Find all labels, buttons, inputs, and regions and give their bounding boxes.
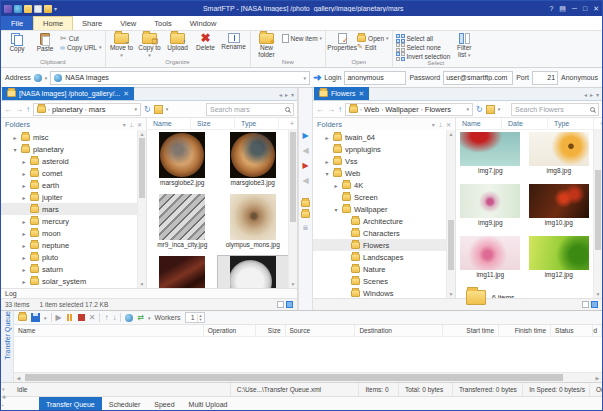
bottom-tab[interactable]: Multi Upload xyxy=(182,397,235,411)
file-item[interactable]: img7.jpg xyxy=(456,132,525,184)
log-icon[interactable] xyxy=(34,5,42,13)
up-icon[interactable]: ↑ xyxy=(26,105,30,114)
tree-item[interactable]: Nature xyxy=(313,263,446,275)
horizontal-scrollbar[interactable]: ◀ ▶ xyxy=(14,372,602,382)
help-button[interactable]: ? xyxy=(549,5,553,13)
tree-item[interactable]: Landscapes xyxy=(313,251,446,263)
column-header[interactable]: Type xyxy=(235,118,279,129)
go-arrow-icon[interactable]: ➜ xyxy=(313,72,321,83)
transfer-queue-body[interactable] xyxy=(14,337,602,372)
expander-icon[interactable]: ▸ xyxy=(21,242,27,249)
tree-item[interactable]: ▸ saturn xyxy=(1,263,137,275)
breadcrumb-item[interactable]: ›Flowers xyxy=(421,105,451,114)
tree-item[interactable]: Scenes xyxy=(313,275,446,287)
expander-icon[interactable]: ▸ xyxy=(21,266,27,273)
tree-item[interactable]: ▸ solar_system xyxy=(1,275,137,287)
column-header[interactable]: Name xyxy=(14,325,204,336)
tree-item[interactable]: Characters xyxy=(313,227,446,239)
breadcrumb-item[interactable]: ›planetary xyxy=(48,105,83,114)
scroll-up-icon[interactable]: ▲ xyxy=(138,131,146,137)
column-header[interactable]: Start time xyxy=(443,325,499,336)
list-scrollbar[interactable]: ▼ xyxy=(593,130,602,298)
move-left-icon[interactable]: ◀ xyxy=(300,175,312,186)
remote-tab[interactable]: [NASA Images] /photo_gallery/... ✕ xyxy=(2,87,134,100)
expander-icon[interactable]: ▾ xyxy=(324,170,330,177)
bottom-tab[interactable]: Speed xyxy=(147,397,181,411)
tab-scroll-right-icon[interactable]: ▸ xyxy=(590,91,593,98)
file-tab[interactable]: File xyxy=(1,16,33,30)
panel-close-icon[interactable]: ✕ xyxy=(446,121,451,128)
refresh-icon[interactable]: ↻ xyxy=(144,105,151,114)
tree-scrollbar[interactable]: ▲ ▼ xyxy=(137,130,146,288)
compare-folder-icon[interactable] xyxy=(301,211,310,218)
add-item-icon[interactable] xyxy=(18,314,27,321)
expander-icon[interactable]: ▾ xyxy=(333,206,339,213)
panel-caret-icon[interactable]: ▾ xyxy=(123,121,126,128)
tree-item[interactable]: ▸ twain_64 xyxy=(313,131,446,143)
dock-close-icon[interactable]: ▪ xyxy=(2,402,6,408)
move-right-icon[interactable]: ▶ xyxy=(300,160,312,171)
expander-icon[interactable]: ▸ xyxy=(21,254,27,261)
column-header[interactable]: Type xyxy=(548,118,594,129)
tree-item[interactable]: ▸ pluto xyxy=(1,251,137,263)
port-input[interactable] xyxy=(532,71,558,85)
password-input[interactable] xyxy=(443,71,513,85)
tree-item[interactable]: ▸ jupiter xyxy=(1,191,137,203)
column-header[interactable]: Destination xyxy=(355,325,443,336)
cut-button[interactable]: ✂ Cut xyxy=(60,34,102,42)
properties-button[interactable]: ✓ Properties xyxy=(329,32,355,52)
tree-item[interactable]: mars xyxy=(1,203,137,215)
expander-icon[interactable]: ▸ xyxy=(21,170,27,177)
view-mode-icon[interactable] xyxy=(154,105,163,114)
up-icon[interactable]: ↑ xyxy=(338,105,342,114)
scroll-down-icon[interactable]: ▼ xyxy=(289,281,297,287)
connect-icon[interactable] xyxy=(14,5,22,13)
edit-button[interactable]: ✎ Edit xyxy=(357,43,388,51)
breadcrumb-item[interactable]: ›Web xyxy=(360,105,379,114)
local-tab[interactable]: Flowers ✕ xyxy=(314,87,369,100)
tree-item[interactable]: ▾ planetary xyxy=(1,143,137,155)
thumbnail-view-icon[interactable] xyxy=(286,301,293,308)
tree-scrollbar[interactable]: ▲ ▼ xyxy=(446,130,455,298)
address-field[interactable]: NASA Images ▾ xyxy=(50,71,310,85)
tab-scroll-left-icon[interactable]: ◂ xyxy=(279,91,282,98)
transfer-mode-icon[interactable]: ⇄ xyxy=(137,313,144,322)
scroll-down-icon[interactable]: ▼ xyxy=(594,291,602,297)
expander-icon[interactable]: ▸ xyxy=(21,230,27,237)
pin-icon[interactable]: ⊥ xyxy=(129,121,134,128)
expander-icon[interactable]: ▾ xyxy=(12,146,18,153)
log-panel-header[interactable]: Log xyxy=(1,288,297,298)
menu-tab[interactable]: Tools xyxy=(145,16,181,30)
tree-item[interactable]: Architecture xyxy=(313,215,446,227)
panel-close-icon[interactable]: ✕ xyxy=(137,121,142,128)
download-right-icon[interactable]: ▶ xyxy=(300,130,312,141)
filter-list-button[interactable]: Filter list ▾ xyxy=(452,32,476,58)
mode-caret-icon[interactable]: ▾ xyxy=(148,315,151,321)
tree-item[interactable]: Flowers xyxy=(313,239,446,251)
tree-item[interactable]: Screen xyxy=(313,191,446,203)
tab-list-caret-icon[interactable]: ▾ xyxy=(291,91,294,98)
open-button[interactable]: Open ▾ xyxy=(357,34,388,42)
upload-button[interactable]: ↑ Upload xyxy=(165,32,191,52)
tab-scroll-left-icon[interactable]: ◂ xyxy=(584,91,587,98)
breadcrumb-caret-icon[interactable]: ▾ xyxy=(134,106,137,112)
breadcrumb-caret-icon[interactable]: ▾ xyxy=(466,106,469,112)
remote-breadcrumb[interactable]: ›planetary›mars ▾ xyxy=(33,103,141,116)
open-folder-icon[interactable] xyxy=(24,5,32,13)
column-add-icon[interactable]: + xyxy=(284,118,297,129)
save-icon[interactable] xyxy=(31,313,40,322)
expander-icon[interactable]: ▸ xyxy=(21,278,27,285)
column-header[interactable]: Source xyxy=(286,325,356,336)
tree-item[interactable]: Windows xyxy=(313,287,446,298)
remove-icon[interactable]: ✕ xyxy=(89,313,96,322)
delete-button[interactable]: ✖ Delete xyxy=(193,32,219,52)
new-folder-button[interactable]: ✦ New folder xyxy=(254,32,280,58)
tree-item[interactable]: ▸ mercury xyxy=(1,215,137,227)
sync-folder-icon[interactable] xyxy=(301,200,310,207)
local-search[interactable] xyxy=(511,103,599,116)
connection-icon[interactable] xyxy=(125,314,133,322)
file-item[interactable]: marsglobe2.jpg xyxy=(147,132,218,194)
view-caret-icon[interactable]: ▾ xyxy=(498,106,501,112)
breadcrumb-item[interactable]: ›Wallpaper xyxy=(381,105,419,114)
tree-item[interactable]: ▸ comet xyxy=(1,167,137,179)
